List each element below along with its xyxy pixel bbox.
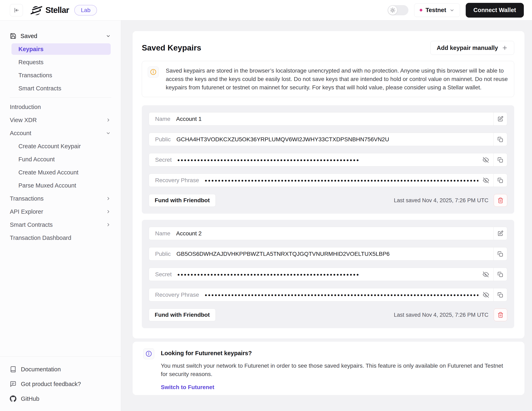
save-icon [10, 33, 17, 39]
switch-to-futurenet-link[interactable]: Switch to Futurenet [161, 384, 509, 391]
fund-with-friendbot-button[interactable]: Fund with Friendbot [149, 194, 216, 207]
main-content: Saved Keypairs Add keypair manually Save… [121, 20, 532, 411]
toggle-recovery-visibility-button[interactable] [478, 174, 494, 187]
copy-recovery-phrase-button[interactable] [494, 288, 507, 301]
sidebar-item-label: Transaction Dashboard [10, 234, 71, 241]
chevron-right-icon [106, 118, 111, 122]
public-key-value: GB5OS6DWHZAJDVHKPPBWZTLA5TNRXTQJGQTVNURM… [176, 251, 390, 257]
name-field-value: Account 1 [176, 116, 202, 122]
edit-name-button[interactable] [494, 112, 507, 125]
sidebar-item-view-xdr[interactable]: View XDR [0, 113, 121, 127]
sidebar-item-transaction-dashboard[interactable]: Transaction Dashboard [0, 231, 121, 244]
delete-keypair-button[interactable] [494, 194, 507, 207]
stellar-lab-app: Stellar Lab Testnet Connect Wallet [0, 0, 532, 411]
feedback-link[interactable]: Got product feedback? [10, 377, 111, 391]
name-field-value: Account 2 [176, 230, 202, 237]
connect-wallet-button[interactable]: Connect Wallet [466, 3, 524, 18]
sidebar-item-transactions[interactable]: Transactions [0, 192, 121, 205]
sidebar-item-saved-transactions[interactable]: Transactions [11, 69, 111, 82]
futurenet-body: You must switch your network to Futurene… [161, 362, 509, 378]
collapse-sidebar-button[interactable] [10, 4, 23, 16]
github-label: GitHub [21, 395, 39, 402]
sidebar-item-requests[interactable]: Requests [11, 56, 111, 69]
sidebar-item-create-account-keypair[interactable]: Create Account Keypair [11, 140, 111, 153]
warning-text: Saved keypairs are stored in the browser… [166, 66, 508, 92]
eye-off-icon [483, 292, 489, 298]
stellar-logo-icon [31, 4, 42, 16]
secret-key-label: Secret [155, 271, 172, 278]
edit-icon [497, 230, 503, 237]
sidebar-item-saved-smart-contracts[interactable]: Smart Contracts [11, 82, 111, 95]
theme-toggle[interactable] [388, 5, 408, 15]
eye-off-icon [483, 271, 489, 278]
sidebar: Saved Keypairs Requests Transactions Sma… [0, 20, 121, 411]
chevron-down-icon [106, 131, 111, 136]
recovery-phrase-row: Recovery Phrase ••••••••••••••••••••••••… [149, 288, 507, 301]
eye-off-icon [483, 177, 489, 183]
toggle-recovery-visibility-button[interactable] [478, 288, 494, 301]
toggle-secret-visibility-button[interactable] [478, 153, 493, 166]
sidebar-item-smart-contracts[interactable]: Smart Contracts [0, 218, 121, 231]
copy-public-key-button[interactable] [494, 247, 507, 260]
keypair-card-account-2: Name Account 2 Public GB5OS6DWHZAJDVHKPP… [142, 220, 514, 328]
sun-icon [390, 8, 395, 13]
sidebar-footer: Documentation Got product feedback? GitH… [0, 356, 121, 411]
fund-with-friendbot-button[interactable]: Fund with Friendbot [149, 308, 216, 321]
public-key-row: Public GB5OS6DWHZAJDVHKPPBWZTLA5TNRXTQJG… [149, 247, 507, 261]
copy-recovery-phrase-button[interactable] [494, 174, 507, 187]
trash-icon [497, 312, 504, 318]
github-link[interactable]: GitHub [10, 391, 111, 406]
stellar-logo[interactable]: Stellar [31, 4, 69, 16]
sidebar-item-label: Smart Contracts [19, 85, 61, 92]
keypair-card-account-1: Name Account 1 Public GCHA4HT3VODKCXZU5O… [142, 105, 514, 214]
sidebar-item-saved[interactable]: Saved [0, 29, 121, 43]
toggle-secret-visibility-button[interactable] [478, 268, 493, 281]
book-icon [10, 366, 17, 373]
copy-icon [497, 271, 503, 278]
sidebar-item-keypairs[interactable]: Keypairs [11, 43, 111, 55]
brand-title: Stellar [45, 6, 69, 15]
sidebar-item-fund-account[interactable]: Fund Account [11, 153, 111, 166]
futurenet-info-icon [143, 348, 154, 359]
name-field-label: Name [155, 230, 171, 237]
copy-secret-key-button[interactable] [494, 268, 507, 281]
sidebar-item-parse-muxed-account[interactable]: Parse Muxed Account [11, 179, 111, 192]
recovery-phrase-masked-value: ••••••••••••••••••••••••••••••••••••••••… [205, 177, 478, 184]
sidebar-item-label: Introduction [10, 104, 41, 110]
copy-public-key-button[interactable] [494, 133, 507, 146]
sidebar-item-api-explorer[interactable]: API Explorer [0, 205, 121, 218]
documentation-link[interactable]: Documentation [10, 362, 111, 377]
documentation-label: Documentation [21, 366, 61, 373]
delete-keypair-button[interactable] [494, 308, 507, 321]
page-title: Saved Keypairs [142, 43, 201, 52]
secret-key-masked-value: ••••••••••••••••••••••••••••••••••••••••… [177, 271, 360, 278]
network-selector[interactable]: Testnet [414, 3, 460, 17]
sidebar-item-label: Create Account Keypair [19, 143, 81, 150]
public-key-label: Public [155, 251, 171, 257]
sidebar-item-introduction[interactable]: Introduction [0, 100, 121, 113]
copy-secret-key-button[interactable] [494, 153, 507, 166]
sidebar-item-label: API Explorer [10, 208, 43, 215]
chevron-right-icon [106, 196, 111, 201]
theme-toggle-knob [388, 6, 397, 15]
sidebar-item-account[interactable]: Account [0, 127, 121, 140]
public-key-label: Public [155, 136, 171, 143]
sidebar-item-label: Keypairs [19, 46, 44, 53]
collapse-sidebar-icon [13, 7, 19, 13]
sidebar-item-label: Fund Account [19, 156, 55, 163]
edit-icon [497, 116, 503, 122]
add-keypair-button[interactable]: Add keypair manually [430, 41, 514, 55]
recovery-phrase-row: Recovery Phrase ••••••••••••••••••••••••… [149, 174, 507, 187]
github-icon [10, 395, 17, 402]
sidebar-item-label: Transactions [19, 72, 52, 79]
public-key-value: GCHA4HT3VODKCXZU5OK36YRPLUMQV6WI2JWHY33C… [176, 136, 389, 143]
last-saved-timestamp: Last saved Nov 4, 2025, 7:26 PM UTC [394, 312, 488, 318]
feedback-label: Got product feedback? [21, 381, 81, 387]
eye-off-icon [483, 157, 489, 163]
sidebar-item-label: View XDR [10, 117, 37, 123]
network-status-dot [420, 9, 422, 11]
sidebar-item-create-muxed-account[interactable]: Create Muxed Account [11, 166, 111, 179]
sidebar-item-label: Account [10, 130, 31, 137]
sidebar-nav: Saved Keypairs Requests Transactions Sma… [0, 20, 121, 244]
edit-name-button[interactable] [494, 227, 507, 240]
